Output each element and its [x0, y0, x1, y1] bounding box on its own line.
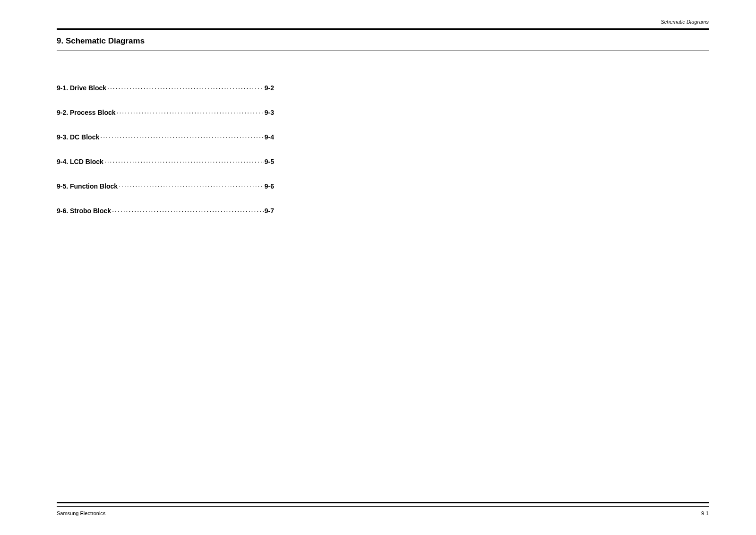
toc-page: 9-4 [265, 133, 274, 141]
toc-entry: 9-1. Drive Block 9-2 [57, 84, 274, 92]
toc-dots [104, 158, 264, 165]
toc-label: 9-5. Function Block [57, 182, 118, 190]
page-container: Schematic Diagrams 9. Schematic Diagrams… [0, 0, 756, 535]
toc-entry: 9-5. Function Block 9-6 [57, 182, 274, 190]
toc-dots [112, 207, 264, 215]
footer-rule-wrap: Samsung Electronics 9-1 [57, 502, 709, 516]
header-label: Schematic Diagrams [57, 19, 709, 25]
toc-page: 9-5 [265, 158, 274, 165]
toc-dots [117, 109, 264, 116]
toc-page: 9-7 [265, 207, 274, 215]
toc-label: 9-1. Drive Block [57, 84, 106, 92]
toc-page: 9-2 [265, 84, 274, 92]
toc-label: 9-4. LCD Block [57, 158, 103, 165]
header-rule-top [57, 28, 709, 30]
toc-dots [100, 133, 264, 141]
footer-right: 9-1 [701, 510, 709, 516]
toc-entry: 9-6. Strobo Block 9-7 [57, 207, 274, 215]
toc-label: 9-6. Strobo Block [57, 207, 111, 215]
footer: Samsung Electronics 9-1 [57, 507, 709, 516]
toc-page: 9-3 [265, 109, 274, 116]
section-title: 9. Schematic Diagrams [57, 36, 709, 46]
toc-entry: 9-4. LCD Block 9-5 [57, 158, 274, 165]
toc-dots [107, 84, 264, 92]
section-rule [57, 51, 709, 51]
toc-entry: 9-2. Process Block 9-3 [57, 109, 274, 116]
toc-page: 9-6 [265, 182, 274, 190]
toc-dots [119, 182, 264, 190]
toc-entry: 9-3. DC Block 9-4 [57, 133, 274, 141]
table-of-contents: 9-1. Drive Block 9-2 9-2. Process Block … [57, 84, 274, 232]
toc-label: 9-3. DC Block [57, 133, 99, 141]
toc-label: 9-2. Process Block [57, 109, 116, 116]
footer-left: Samsung Electronics [57, 510, 105, 516]
